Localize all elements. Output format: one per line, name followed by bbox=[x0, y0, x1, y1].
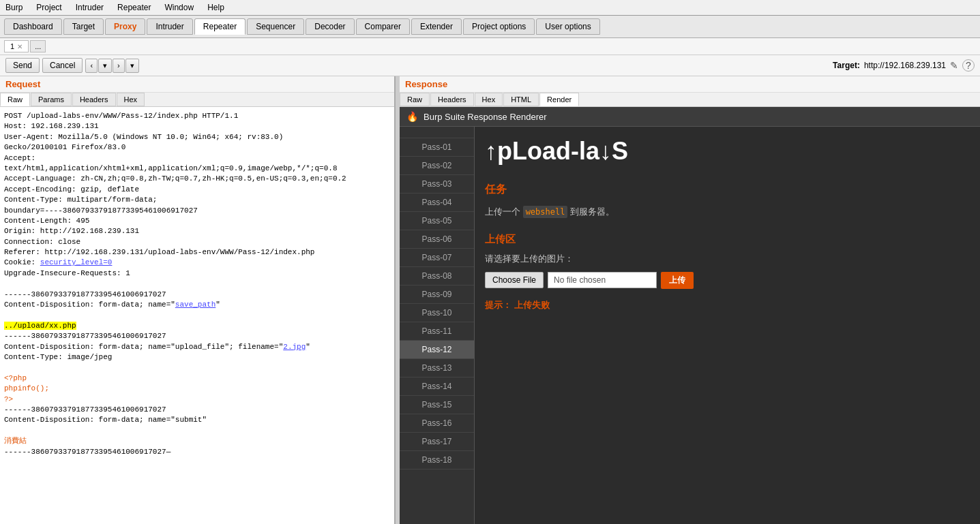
menu-project[interactable]: Project bbox=[33, 1, 64, 14]
nav-right-dropdown-button[interactable]: ▾ bbox=[125, 59, 139, 73]
tab-comparer[interactable]: Comparer bbox=[356, 18, 410, 35]
request-tab-headers[interactable]: Headers bbox=[72, 93, 116, 106]
response-title: Response bbox=[400, 76, 980, 93]
nav-controls: ‹ ▾ › ▾ bbox=[85, 59, 138, 73]
more-tabs-button[interactable]: ... bbox=[30, 40, 46, 52]
nav-item-pass13[interactable]: Pass-13 bbox=[400, 359, 474, 377]
php-code: <?php phpinfo(); ?> bbox=[4, 374, 49, 403]
save-path-highlight: save_path bbox=[175, 300, 216, 309]
response-tab-hex[interactable]: Hex bbox=[475, 93, 503, 106]
nav-item-pass08[interactable]: Pass-08 bbox=[400, 267, 474, 286]
burp-logo-icon: 🔥 bbox=[406, 111, 418, 122]
nav-item-pass03[interactable]: Pass-03 bbox=[400, 175, 474, 194]
target-label: Target: bbox=[833, 61, 860, 70]
nav-item-pass04[interactable]: Pass-04 bbox=[400, 194, 474, 212]
target-info: Target: http://192.168.239.131 ✎ ? bbox=[833, 59, 975, 72]
filename-highlight: 2.jpg bbox=[283, 343, 306, 351]
submit-value: 消費結 bbox=[4, 437, 27, 445]
nav-item-pass10[interactable]: Pass-10 bbox=[400, 304, 474, 322]
request-tab-hex[interactable]: Hex bbox=[117, 93, 145, 106]
request-body[interactable]: POST /upload-labs-env/WWW/Pass-12/index.… bbox=[0, 107, 394, 524]
nav-item-pass11[interactable]: Pass-11 bbox=[400, 322, 474, 341]
close-tab-icon[interactable]: ✕ bbox=[17, 43, 23, 50]
task-description: 上传一个 webshell 到服务器。 bbox=[485, 205, 970, 219]
tab-dashboard[interactable]: Dashboard bbox=[4, 18, 62, 35]
target-url: http://192.168.239.131 bbox=[864, 61, 946, 70]
hint-prefix: 提示： bbox=[485, 300, 511, 310]
tab-sequencer[interactable]: Sequencer bbox=[247, 18, 304, 35]
content-area: ↑pLoad-la↓S 任务 上传一个 webshell 到服务器。 上传区 请… bbox=[475, 127, 980, 524]
nav-item-pass06[interactable]: Pass-06 bbox=[400, 230, 474, 249]
renderer-body: Pass-01Pass-02Pass-03Pass-04Pass-05Pass-… bbox=[400, 127, 980, 524]
main-content: Request Raw Params Headers Hex POST /upl… bbox=[0, 76, 980, 524]
nav-item-pass12[interactable]: Pass-12 bbox=[400, 341, 474, 359]
cancel-button[interactable]: Cancel bbox=[42, 58, 83, 73]
request-tab-bar: Raw Params Headers Hex bbox=[0, 93, 394, 107]
upload-submit-button[interactable]: 上传 bbox=[661, 272, 694, 289]
nav-item-pass16[interactable]: Pass-16 bbox=[400, 414, 474, 433]
response-tab-headers[interactable]: Headers bbox=[430, 93, 474, 106]
nav-item-pass14[interactable]: Pass-14 bbox=[400, 377, 474, 396]
response-tab-html[interactable]: HTML bbox=[503, 93, 539, 106]
edit-target-icon[interactable]: ✎ bbox=[950, 60, 958, 71]
request-tab-params[interactable]: Params bbox=[31, 93, 72, 106]
tab-decoder[interactable]: Decoder bbox=[306, 18, 354, 35]
renderer-title: Burp Suite Response Renderer bbox=[424, 112, 547, 122]
nav-item-pass05[interactable]: Pass-05 bbox=[400, 212, 474, 230]
burp-renderer: 🔥 Burp Suite Response Renderer Pass-01Pa… bbox=[400, 107, 980, 524]
request-title: Request bbox=[0, 76, 394, 93]
tab-user-options[interactable]: User options bbox=[536, 18, 599, 35]
hint-message: 上传失败 bbox=[514, 300, 550, 310]
choose-file-button[interactable]: Choose File bbox=[485, 272, 544, 288]
nav-item-pass02[interactable]: Pass-02 bbox=[400, 157, 474, 175]
menu-repeater[interactable]: Repeater bbox=[115, 1, 153, 14]
file-name-display: No file chosen bbox=[548, 272, 657, 288]
nav-item-pass15[interactable]: Pass-15 bbox=[400, 396, 474, 414]
menu-intruder[interactable]: Intruder bbox=[73, 1, 106, 14]
tab-proxy[interactable]: Proxy bbox=[105, 18, 145, 35]
nav-item-pass09[interactable]: Pass-09 bbox=[400, 286, 474, 304]
renderer-header: 🔥 Burp Suite Response Renderer bbox=[400, 107, 980, 127]
nav-item-pass01[interactable]: Pass-01 bbox=[400, 138, 474, 157]
tab-project-options[interactable]: Project options bbox=[463, 18, 535, 35]
response-tab-render[interactable]: Render bbox=[539, 93, 579, 106]
nav-item-pass18[interactable]: Pass-18 bbox=[400, 451, 474, 469]
upload-row: Choose File No file chosen 上传 bbox=[485, 272, 970, 289]
cookie-highlight: security_level=0 bbox=[40, 258, 113, 266]
menu-window[interactable]: Window bbox=[162, 1, 196, 14]
logo-text: ↑pLoad-la↓S bbox=[485, 137, 970, 166]
response-panel: Response Raw Headers Hex HTML Render 🔥 B… bbox=[400, 76, 980, 524]
nav-left-dropdown-button[interactable]: ▾ bbox=[98, 59, 112, 73]
request-tab-raw[interactable]: Raw bbox=[0, 93, 30, 106]
task-code-word: webshell bbox=[523, 206, 568, 218]
nav-item-pass17[interactable]: Pass-17 bbox=[400, 433, 474, 451]
main-tab-bar: Dashboard Target Proxy Intruder Repeater… bbox=[0, 16, 980, 38]
request-panel: Request Raw Params Headers Hex POST /upl… bbox=[0, 76, 396, 524]
repeater-tab-row: 1 ✕ ... bbox=[0, 38, 980, 55]
nav-right-button[interactable]: › bbox=[113, 59, 125, 73]
repeater-tab-1[interactable]: 1 ✕ bbox=[4, 40, 29, 52]
nav-items-container: Pass-01Pass-02Pass-03Pass-04Pass-05Pass-… bbox=[400, 138, 474, 469]
task-desc-prefix: 上传一个 bbox=[485, 206, 520, 217]
sidebar-nav: Pass-01Pass-02Pass-03Pass-04Pass-05Pass-… bbox=[400, 127, 475, 524]
hint-text: 提示： 上传失败 bbox=[485, 299, 970, 311]
toolbar: Send Cancel ‹ ▾ › ▾ Target: http://192.1… bbox=[0, 55, 980, 76]
task-desc-suffix: 到服务器。 bbox=[570, 206, 614, 217]
render-area: 🔥 Burp Suite Response Renderer Pass-01Pa… bbox=[400, 107, 980, 524]
tab-intruder[interactable]: Intruder bbox=[147, 18, 192, 35]
menu-bar: Burp Project Intruder Repeater Window He… bbox=[0, 0, 980, 16]
task-title: 任务 bbox=[485, 183, 970, 197]
save-path-value: ../upload/xx.php bbox=[4, 322, 76, 330]
help-icon[interactable]: ? bbox=[962, 59, 975, 72]
send-button[interactable]: Send bbox=[5, 58, 40, 73]
request-text: POST /upload-labs-env/WWW/Pass-12/index.… bbox=[1, 108, 393, 460]
nav-left-button[interactable]: ‹ bbox=[85, 59, 98, 73]
response-tab-raw[interactable]: Raw bbox=[400, 93, 430, 106]
tab-extender[interactable]: Extender bbox=[411, 18, 462, 35]
nav-item-pass07[interactable]: Pass-07 bbox=[400, 249, 474, 267]
tab-repeater[interactable]: Repeater bbox=[194, 18, 246, 35]
upload-label: 请选择要上传的图片： bbox=[485, 253, 970, 265]
menu-burp[interactable]: Burp bbox=[3, 1, 25, 14]
menu-help[interactable]: Help bbox=[205, 1, 227, 14]
tab-target[interactable]: Target bbox=[63, 18, 104, 35]
